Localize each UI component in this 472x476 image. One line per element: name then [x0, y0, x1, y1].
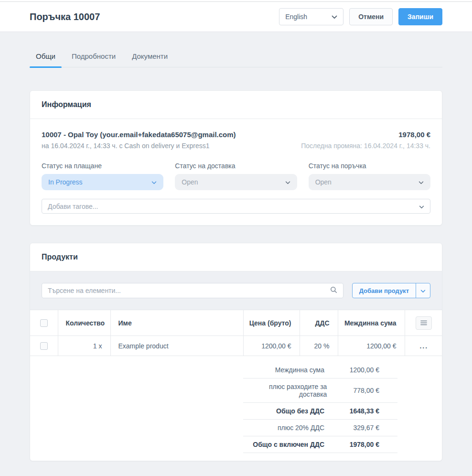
summary-row-total-gross: Общо с включен ДДС 1978,00 €: [243, 436, 397, 453]
column-header-price[interactable]: Цена (бруто): [243, 310, 300, 336]
add-product-button[interactable]: Добави продукт: [353, 283, 416, 298]
order-status-select[interactable]: Open: [309, 174, 430, 190]
order-summary-row: 10007 - Opal Toy (your.email+fakedata650…: [42, 130, 430, 150]
row-context-menu-button[interactable]: ...: [419, 342, 428, 350]
order-status-label: Статус на поръчка: [309, 162, 430, 170]
order-heading: 10007 - Opal Toy (your.email+fakedata650…: [42, 130, 236, 139]
order-status-value: Open: [315, 178, 332, 186]
payment-status-value: In Progress: [48, 178, 83, 186]
chevron-down-icon: [151, 178, 157, 186]
payment-status-field: Статус на плащане In Progress: [42, 162, 163, 190]
delivery-status-select[interactable]: Open: [175, 174, 297, 190]
products-card: Продукти Добави продукт: [30, 243, 442, 461]
chevron-down-icon: [420, 287, 426, 294]
summary-label: Общо без ДДС: [276, 407, 324, 415]
table-header-row: Количество Име Цена (бруто) ДДС Междинна…: [30, 310, 442, 336]
row-checkbox[interactable]: [40, 342, 48, 350]
payment-status-label: Статус на плащане: [42, 162, 163, 170]
language-select[interactable]: English: [279, 8, 343, 25]
summary-label: плюс 20% ДДС: [278, 424, 324, 432]
language-select-value: English: [285, 13, 307, 21]
search-input[interactable]: [48, 287, 330, 294]
summary-row-shipping: плюс разходите за доставка 778,00 €: [243, 379, 397, 403]
chevron-down-icon: [419, 203, 424, 210]
order-last-change: Последна промяна: 16.04.2024 г., 14:33 ч…: [301, 142, 430, 150]
summary-label: плюс разходите за доставка: [243, 383, 327, 398]
row-product-name[interactable]: Example product: [110, 336, 243, 356]
tab-general[interactable]: Общи: [36, 52, 55, 67]
table-row: 1 x Example product 1200,00 € 20 % 1200,…: [30, 336, 442, 356]
summary-value: 329,67 €: [324, 424, 379, 432]
tab-documents[interactable]: Документи: [132, 52, 168, 67]
payment-status-select[interactable]: In Progress: [42, 174, 163, 190]
tags-placeholder: Добави тагове...: [48, 203, 98, 210]
search-box: [42, 283, 343, 298]
order-subheading: на 16.04.2024 г., 14:33 ч. с Cash on del…: [42, 142, 236, 150]
search-icon: [330, 286, 337, 295]
row-tax: 20 %: [300, 336, 338, 356]
save-button[interactable]: Запиши: [398, 8, 442, 25]
chevron-down-icon: [418, 178, 424, 186]
products-table: Количество Име Цена (бруто) ДДС Междинна…: [30, 310, 442, 356]
delivery-status-value: Open: [182, 178, 198, 186]
column-header-name[interactable]: Име: [110, 310, 243, 336]
main-content: Общи Подробности Документи Информация 10…: [0, 52, 472, 461]
column-header-tax[interactable]: ДДС: [300, 310, 338, 336]
order-heading-block: 10007 - Opal Toy (your.email+fakedata650…: [42, 130, 236, 150]
tab-details[interactable]: Подробности: [72, 52, 116, 67]
products-toolbar: Добави продукт: [30, 271, 442, 310]
tab-bar: Общи Подробности Документи: [30, 52, 442, 67]
column-header-quantity[interactable]: Количество: [58, 310, 110, 336]
add-product-menu-button[interactable]: [416, 283, 430, 298]
column-header-subtotal[interactable]: Междинна сума: [338, 310, 405, 336]
summary-label: Общо с включен ДДС: [253, 441, 324, 448]
page-title: Поръчка 10007: [30, 11, 100, 22]
summary-row-total-net: Общо без ДДС 1648,33 €: [243, 403, 397, 420]
delivery-status-field: Статус на доставка Open: [175, 162, 297, 190]
tags-input[interactable]: Добави тагове...: [42, 199, 430, 214]
products-card-header: Продукти: [30, 243, 442, 271]
order-status-field: Статус на поръчка Open: [309, 162, 430, 190]
list-settings-icon: [420, 319, 427, 327]
info-card-body: 10007 - Opal Toy (your.email+fakedata650…: [30, 119, 442, 225]
order-total-block: 1978,00 € Последна промяна: 16.04.2024 г…: [301, 130, 430, 150]
row-subtotal: 1200,00 €: [338, 336, 405, 356]
order-totals-summary: Междинна сума 1200,00 € плюс разходите з…: [243, 362, 397, 453]
row-quantity: 1 x: [58, 336, 110, 356]
chevron-down-icon: [285, 178, 290, 186]
topbar: Поръчка 10007 English Отмени Запиши: [0, 2, 472, 32]
chevron-down-icon: [332, 13, 337, 21]
summary-value: 1978,00 €: [324, 441, 379, 448]
summary-row-vat: плюс 20% ДДС 329,67 €: [243, 420, 397, 436]
products-card-title: Продукти: [42, 253, 430, 261]
summary-label: Междинна сума: [275, 366, 324, 374]
cancel-button[interactable]: Отмени: [349, 8, 393, 25]
status-row: Статус на плащане In Progress Статус на …: [42, 162, 430, 190]
add-product-split-button: Добави продукт: [352, 283, 430, 298]
summary-value: 1200,00 €: [324, 366, 379, 374]
info-card-title: Информация: [42, 100, 430, 109]
summary-value: 1648,33 €: [324, 407, 379, 415]
summary-value: 778,00 €: [327, 387, 379, 394]
grid-settings-button[interactable]: [416, 316, 432, 330]
summary-row-subtotal: Междинна сума 1200,00 €: [243, 362, 397, 379]
row-price: 1200,00 €: [243, 336, 300, 356]
delivery-status-label: Статус на доставка: [175, 162, 297, 170]
info-card-header: Информация: [30, 91, 442, 119]
select-all-checkbox[interactable]: [40, 319, 48, 327]
order-total: 1978,00 €: [301, 130, 430, 139]
topbar-actions: English Отмени Запиши: [279, 8, 442, 25]
info-card: Информация 10007 - Opal Toy (your.email+…: [30, 90, 442, 226]
